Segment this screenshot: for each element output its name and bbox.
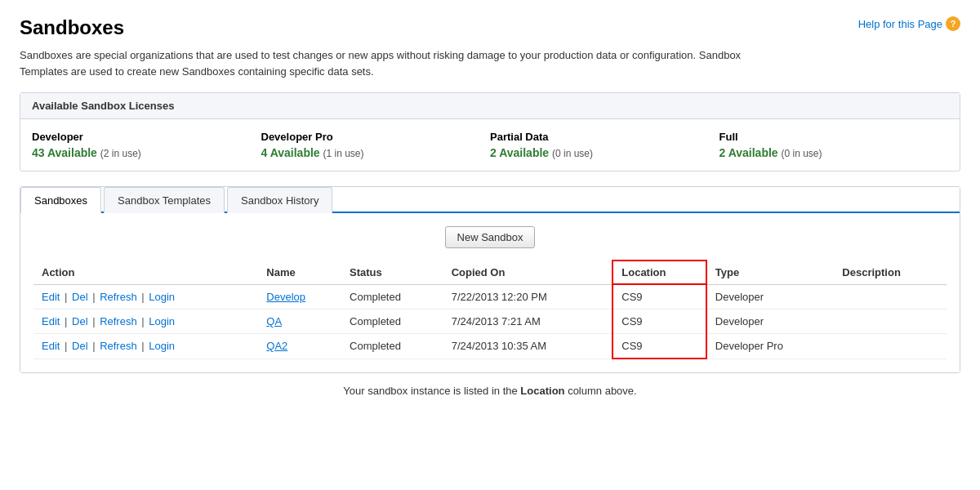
action-edit[interactable]: Edit <box>42 315 60 327</box>
licenses-header: Available Sandbox Licenses <box>20 93 960 119</box>
footer-suffix-text: column above. <box>565 385 637 397</box>
action-links: Edit | Del | Refresh | Login <box>42 291 250 303</box>
license-type: Full <box>719 131 949 143</box>
col-header-location: Location <box>612 261 706 284</box>
license-count: 2 Available (0 in use) <box>719 146 949 159</box>
footer-note: Your sandbox instance is listed in the L… <box>20 385 960 397</box>
action-refresh[interactable]: Refresh <box>100 340 137 352</box>
table-header-row: Action Name Status Copied On Location Ty… <box>33 261 947 284</box>
table-row: Edit | Del | Refresh | LoginQACompleted7… <box>33 310 947 334</box>
cell-location: CS9 <box>612 310 706 334</box>
action-login[interactable]: Login <box>149 315 175 327</box>
action-separator: | <box>90 291 99 303</box>
cell-description <box>834 310 947 334</box>
license-available: 43 Available <box>32 146 97 159</box>
cell-type: Developer Pro <box>706 334 835 359</box>
col-header-copied-on: Copied On <box>443 261 613 284</box>
tab-sandbox-templates[interactable]: Sandbox Templates <box>104 187 225 213</box>
page-header: Sandboxes Help for this Page ? <box>20 16 960 39</box>
cell-copied-on: 7/22/2013 12:20 PM <box>443 284 613 310</box>
cell-description <box>834 284 947 310</box>
license-available: 2 Available <box>490 146 549 159</box>
tab-sandboxes[interactable]: Sandboxes <box>20 187 101 213</box>
license-in-use: (2 in use) <box>100 148 141 159</box>
cell-status: Completed <box>341 310 443 334</box>
license-available: 2 Available <box>719 146 778 159</box>
license-item: Developer Pro 4 Available (1 in use) <box>261 131 491 159</box>
licenses-content: Developer 43 Available (2 in use) Develo… <box>20 119 960 171</box>
new-sandbox-button[interactable]: New Sandbox <box>445 226 536 248</box>
page-description: Sandboxes are special organizations that… <box>20 47 755 79</box>
action-refresh[interactable]: Refresh <box>100 315 137 327</box>
cell-description <box>834 334 947 359</box>
license-type: Developer Pro <box>261 131 491 143</box>
action-del[interactable]: Del <box>72 340 88 352</box>
cell-action: Edit | Del | Refresh | Login <box>33 284 258 310</box>
footer-bold-text: Location <box>520 385 564 397</box>
cell-action: Edit | Del | Refresh | Login <box>33 334 258 359</box>
cell-copied-on: 7/24/2013 10:35 AM <box>443 334 613 359</box>
license-in-use: (1 in use) <box>323 148 364 159</box>
action-separator: | <box>139 291 148 303</box>
license-item: Full 2 Available (0 in use) <box>719 131 949 159</box>
action-del[interactable]: Del <box>72 291 88 303</box>
license-item: Developer 43 Available (2 in use) <box>32 131 261 159</box>
col-header-description: Description <box>834 261 947 284</box>
cell-location: CS9 <box>612 284 706 310</box>
help-link-text: Help for this Page <box>858 18 942 30</box>
tab-sandbox-history[interactable]: Sandbox History <box>227 187 332 213</box>
page-title: Sandboxes <box>20 16 124 39</box>
license-type: Partial Data <box>490 131 719 143</box>
licenses-box: Available Sandbox Licenses Developer 43 … <box>20 92 960 172</box>
action-separator: | <box>90 340 99 352</box>
action-login[interactable]: Login <box>149 340 175 352</box>
col-header-status: Status <box>341 261 443 284</box>
action-separator: | <box>61 340 70 352</box>
cell-status: Completed <box>341 284 443 310</box>
sandbox-name-link[interactable]: QA <box>266 315 282 327</box>
action-refresh[interactable]: Refresh <box>100 291 137 303</box>
sandbox-name-link[interactable]: QA2 <box>266 340 287 352</box>
cell-name: Develop <box>258 284 341 310</box>
cell-status: Completed <box>341 334 443 359</box>
new-sandbox-row: New Sandbox <box>33 226 947 248</box>
sandbox-name-link[interactable]: Develop <box>266 291 305 303</box>
col-header-type: Type <box>706 261 835 284</box>
action-edit[interactable]: Edit <box>42 340 60 352</box>
action-login[interactable]: Login <box>149 291 175 303</box>
col-header-name: Name <box>258 261 341 284</box>
tabs-container: Sandboxes Sandbox Templates Sandbox Hist… <box>20 186 960 373</box>
cell-name: QA2 <box>258 334 341 359</box>
license-available: 4 Available <box>261 146 320 159</box>
cell-type: Developer <box>706 310 835 334</box>
action-links: Edit | Del | Refresh | Login <box>42 340 250 352</box>
action-separator: | <box>61 291 70 303</box>
action-edit[interactable]: Edit <box>42 291 60 303</box>
help-icon: ? <box>946 16 960 31</box>
cell-action: Edit | Del | Refresh | Login <box>33 310 258 334</box>
action-separator: | <box>61 315 70 327</box>
license-in-use: (0 in use) <box>782 148 822 159</box>
cell-location: CS9 <box>612 334 706 359</box>
tab-content: New Sandbox Action Name Status Copied On… <box>20 213 960 372</box>
table-row: Edit | Del | Refresh | LoginQA2Completed… <box>33 334 947 359</box>
action-separator: | <box>139 340 148 352</box>
action-del[interactable]: Del <box>72 315 88 327</box>
license-count: 43 Available (2 in use) <box>32 146 261 159</box>
tabs-nav: Sandboxes Sandbox Templates Sandbox Hist… <box>20 187 960 213</box>
action-links: Edit | Del | Refresh | Login <box>42 315 250 327</box>
cell-type: Developer <box>706 284 835 310</box>
license-count: 2 Available (0 in use) <box>490 146 719 159</box>
license-count: 4 Available (1 in use) <box>261 146 491 159</box>
license-type: Developer <box>32 131 261 143</box>
footer-note-text: Your sandbox instance is listed in the <box>343 385 520 397</box>
help-link[interactable]: Help for this Page ? <box>858 16 960 31</box>
action-separator: | <box>90 315 99 327</box>
col-header-action: Action <box>33 261 258 284</box>
action-separator: | <box>139 315 148 327</box>
cell-copied-on: 7/24/2013 7:21 AM <box>443 310 613 334</box>
sandboxes-table: Action Name Status Copied On Location Ty… <box>33 260 947 359</box>
license-item: Partial Data 2 Available (0 in use) <box>490 131 719 159</box>
table-row: Edit | Del | Refresh | LoginDevelopCompl… <box>33 284 947 310</box>
cell-name: QA <box>258 310 341 334</box>
